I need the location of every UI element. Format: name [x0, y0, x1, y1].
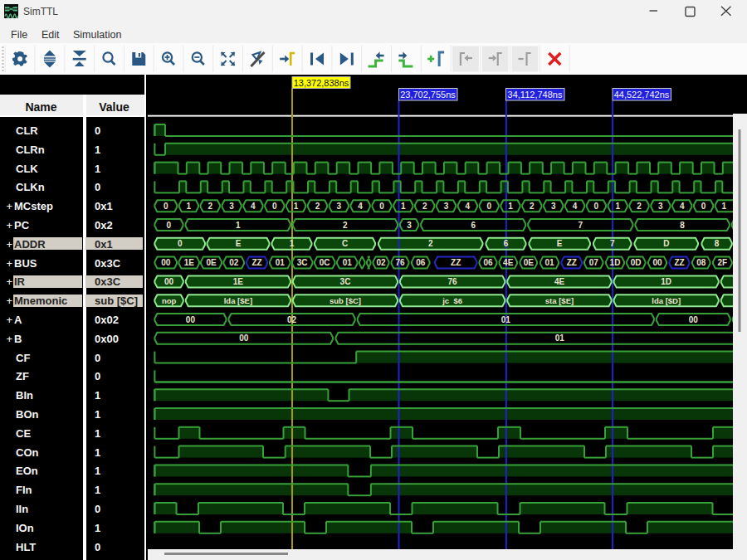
svg-text:ZZ: ZZ	[567, 258, 577, 267]
svg-text:6: 6	[471, 221, 476, 230]
svg-text:D: D	[663, 239, 669, 248]
svg-text:6: 6	[504, 239, 509, 248]
svg-text:ZZ: ZZ	[251, 258, 261, 267]
svg-text:2: 2	[530, 202, 535, 211]
svg-text:1E: 1E	[184, 258, 195, 267]
svg-text:nop: nop	[162, 296, 177, 305]
svg-text:0: 0	[167, 221, 172, 230]
svg-text:01: 01	[544, 258, 554, 267]
svg-text:4: 4	[251, 202, 256, 211]
svg-text:23,702,755ns: 23,702,755ns	[400, 90, 456, 100]
svg-text:1D: 1D	[661, 277, 671, 286]
svg-text:06: 06	[416, 258, 426, 267]
svg-text:4: 4	[680, 202, 685, 211]
svg-text:00: 00	[161, 258, 171, 267]
svg-text:3C: 3C	[297, 258, 308, 267]
svg-text:1: 1	[187, 202, 192, 211]
svg-text:0: 0	[379, 202, 384, 211]
svg-text:13,372,838ns: 13,372,838ns	[294, 78, 349, 88]
svg-text:3: 3	[658, 202, 663, 211]
svg-text:2: 2	[315, 202, 320, 211]
svg-text:sub [$C]: sub [$C]	[330, 296, 361, 305]
svg-text:C: C	[342, 239, 348, 248]
svg-text:3C: 3C	[340, 277, 351, 286]
svg-text:02: 02	[376, 258, 386, 267]
svg-text:3: 3	[407, 221, 412, 230]
svg-text:sta [$E]: sta [$E]	[545, 296, 574, 305]
svg-text:2: 2	[637, 202, 642, 211]
svg-text:00: 00	[164, 277, 174, 286]
svg-text:4E: 4E	[554, 277, 565, 286]
svg-text:01: 01	[501, 315, 511, 324]
svg-text:0E: 0E	[524, 258, 535, 267]
svg-text:76: 76	[448, 277, 458, 286]
svg-text:34,112,748ns: 34,112,748ns	[508, 90, 563, 100]
svg-text:1: 1	[508, 202, 513, 211]
svg-text:1: 1	[294, 202, 299, 211]
svg-text:7: 7	[610, 239, 615, 248]
svg-text:4: 4	[466, 202, 471, 211]
svg-text:1D: 1D	[610, 258, 621, 267]
svg-text:07: 07	[589, 258, 599, 267]
svg-text:02: 02	[229, 258, 239, 267]
svg-text:0: 0	[594, 202, 599, 211]
svg-text:0: 0	[486, 202, 491, 211]
svg-text:01: 01	[555, 334, 565, 343]
svg-text:44,522,742ns: 44,522,742ns	[614, 90, 670, 100]
svg-text:3: 3	[551, 202, 556, 211]
svg-text:1: 1	[401, 202, 406, 211]
svg-text:ZZ: ZZ	[451, 258, 461, 267]
svg-text:2: 2	[208, 202, 213, 211]
svg-text:2F: 2F	[718, 258, 728, 267]
svg-text:06: 06	[483, 258, 493, 267]
svg-text:8: 8	[680, 221, 685, 230]
svg-text:01: 01	[276, 258, 286, 267]
svg-text:4E: 4E	[503, 258, 514, 267]
svg-text:3: 3	[444, 202, 449, 211]
svg-text:2: 2	[343, 221, 348, 230]
svg-text:0: 0	[178, 239, 183, 248]
svg-text:1: 1	[290, 239, 295, 248]
svg-text:ZZ: ZZ	[674, 258, 684, 267]
svg-text:3: 3	[337, 202, 342, 211]
svg-text:E: E	[557, 239, 563, 248]
svg-text:8: 8	[715, 239, 720, 248]
svg-text:02: 02	[287, 315, 297, 324]
svg-text:1E: 1E	[233, 277, 244, 286]
svg-text:lda [$E]: lda [$E]	[224, 296, 252, 305]
svg-text:00: 00	[239, 334, 249, 343]
svg-text:3: 3	[229, 202, 234, 211]
svg-text:0: 0	[272, 202, 277, 211]
svg-text:7: 7	[579, 221, 583, 230]
svg-text:1: 1	[722, 202, 727, 211]
svg-text:0: 0	[701, 202, 706, 211]
svg-text:76: 76	[395, 258, 405, 267]
svg-text:jc $6: jc $6	[442, 296, 462, 305]
svg-text:00: 00	[652, 258, 662, 267]
svg-text:01: 01	[343, 258, 353, 267]
svg-text:2: 2	[422, 202, 427, 211]
svg-text:4: 4	[573, 202, 578, 211]
svg-text:lda [$D]: lda [$D]	[652, 296, 681, 305]
svg-text:00: 00	[689, 315, 699, 324]
svg-text:00: 00	[186, 315, 196, 324]
svg-text:1: 1	[615, 202, 620, 211]
svg-text:0C: 0C	[320, 258, 330, 267]
svg-text:4: 4	[358, 202, 363, 211]
svg-text:0: 0	[164, 202, 168, 211]
svg-text:2: 2	[428, 239, 433, 248]
svg-text:E: E	[236, 239, 242, 248]
svg-text:08: 08	[696, 258, 706, 267]
svg-text:1: 1	[236, 221, 241, 230]
svg-text:0E: 0E	[206, 258, 217, 267]
svg-text:0D: 0D	[631, 258, 642, 267]
